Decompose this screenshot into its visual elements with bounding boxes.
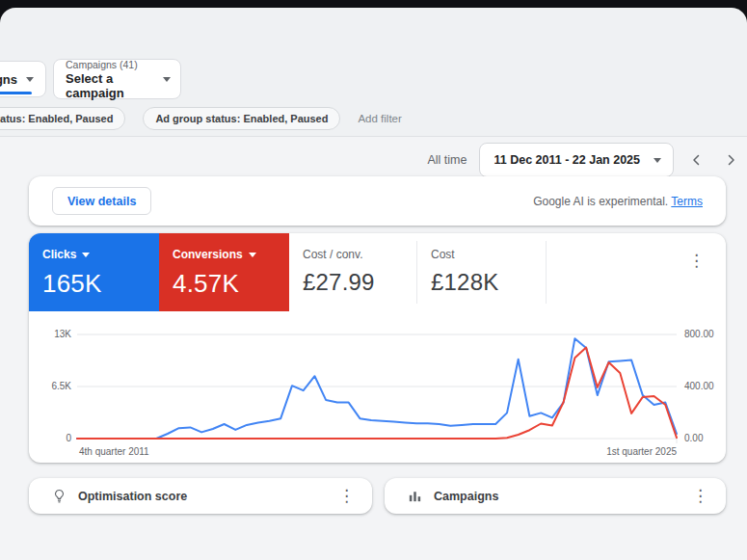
active-tab-underline [0, 92, 32, 94]
performance-summary-card: Clicks 165K Conversions 4.57K Cost / con… [29, 233, 726, 463]
card-title: Optimisation score [78, 490, 187, 503]
bar-chart-icon [407, 488, 423, 504]
chevron-right-icon [722, 151, 739, 169]
overflow-menu-icon[interactable]: ⋮ [338, 488, 355, 504]
right-axis-tick: 0.00 [684, 433, 704, 443]
metric-card-cost-per-conv[interactable]: Cost / conv. £27.99 [289, 233, 417, 311]
series-line-clicks [77, 338, 677, 439]
chart-series-lines [77, 338, 677, 439]
campaigns-scope-selector[interactable]: Campaigns [0, 61, 46, 97]
campaign-selector-value: Select a campaign [66, 71, 163, 100]
overflow-menu-icon[interactable]: ⋮ [688, 253, 705, 269]
view-details-button[interactable]: View details [52, 187, 151, 215]
metric-row-spacer: ⋮ [547, 233, 726, 311]
metric-label: Cost [431, 248, 547, 261]
left-axis-tick: 0 [66, 433, 71, 443]
metric-card-cost[interactable]: Cost £128K [417, 233, 547, 311]
overflow-menu-icon[interactable]: ⋮ [692, 488, 708, 504]
chevron-down-icon [26, 77, 34, 82]
performance-chart[interactable]: 13K 6.5K 0 800.00 400.00 0.00 4th quarte… [29, 318, 726, 463]
filter-bar: Campaign status: Enabled, Paused Ad grou… [0, 107, 402, 130]
scope-selector-label: Campaigns [0, 72, 17, 87]
terms-link[interactable]: Terms [671, 195, 703, 208]
date-preset-label: All time [428, 153, 467, 167]
campaign-selector-text: Campaigns (41) Select a campaign [66, 59, 163, 100]
left-axis-tick: 6.5K [51, 381, 71, 391]
metric-card-clicks[interactable]: Clicks 165K [29, 233, 159, 311]
card-title: Campaigns [434, 490, 498, 503]
ai-disclaimer-text: Google AI is experimental. [533, 195, 668, 208]
metric-value: 165K [42, 269, 159, 299]
right-axis-tick: 800.00 [684, 329, 714, 339]
metric-label: Conversions [173, 248, 289, 261]
add-filter-button[interactable]: Add filter [358, 113, 401, 124]
metric-label: Cost / conv. [303, 248, 417, 261]
campaign-selector[interactable]: Campaigns (41) Select a campaign [53, 59, 181, 99]
previous-period-button[interactable] [686, 149, 707, 171]
left-axis-tick: 13K [54, 329, 71, 339]
google-ads-overview-screen: Campaigns Campaigns (41) Select a campai… [0, 0, 747, 560]
chevron-down-icon [163, 77, 171, 82]
metric-card-conversions[interactable]: Conversions 4.57K [159, 233, 289, 311]
series-line-conversions [77, 348, 677, 440]
chevron-down-icon [82, 253, 90, 257]
filter-chip-campaign-status[interactable]: Campaign status: Enabled, Paused [0, 107, 125, 130]
next-period-button[interactable] [720, 149, 741, 171]
metric-label: Clicks [42, 248, 159, 261]
lightbulb-icon [51, 488, 67, 504]
date-range-bar: All time 11 Dec 2011 - 22 Jan 2025 [428, 142, 742, 178]
toolbar-divider [0, 136, 747, 137]
x-axis-end-label: 1st quarter 2025 [606, 446, 677, 457]
metric-header-row: Clicks 165K Conversions 4.57K Cost / con… [29, 233, 726, 311]
page-background: Campaigns Campaigns (41) Select a campai… [0, 8, 747, 560]
campaigns-card[interactable]: Campaigns ⋮ [385, 478, 726, 514]
date-range-value: 11 Dec 2011 - 22 Jan 2025 [494, 153, 640, 167]
chevron-down-icon [249, 253, 256, 257]
right-axis-tick: 400.00 [684, 381, 714, 391]
insights-card: View details Google AI is experimental. … [29, 176, 726, 226]
x-axis-start-label: 4th quarter 2011 [79, 446, 149, 457]
chevron-left-icon [688, 151, 706, 169]
date-range-selector[interactable]: 11 Dec 2011 - 22 Jan 2025 [479, 143, 674, 177]
filter-chip-ad-group-status[interactable]: Ad group status: Enabled, Paused [143, 107, 340, 130]
metric-value: £128K [431, 269, 547, 296]
optimisation-score-card[interactable]: Optimisation score ⋮ [29, 478, 372, 514]
campaign-selector-caption: Campaigns (41) [66, 59, 163, 71]
ai-disclaimer: Google AI is experimental. Terms [533, 195, 703, 208]
chevron-down-icon [654, 158, 661, 163]
metric-value: £27.99 [303, 269, 417, 296]
metric-value: 4.57K [173, 269, 289, 299]
